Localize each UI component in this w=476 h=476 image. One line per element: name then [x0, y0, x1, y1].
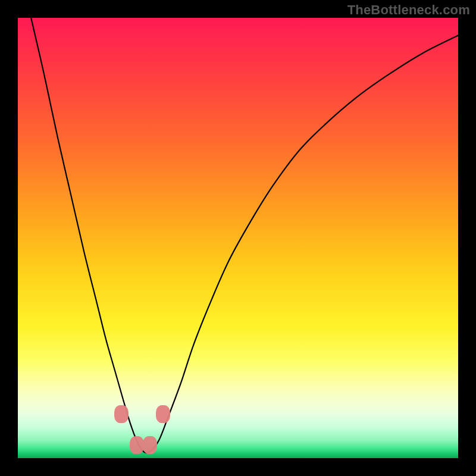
bottleneck-curve — [18, 18, 458, 458]
chart-frame: TheBottleneck.com — [0, 0, 476, 476]
optimal-marker — [143, 436, 157, 454]
optimal-marker — [130, 436, 144, 454]
plot-area — [18, 18, 458, 458]
attribution-label: TheBottleneck.com — [347, 2, 470, 18]
optimal-marker — [156, 405, 170, 423]
optimal-marker — [114, 405, 129, 423]
